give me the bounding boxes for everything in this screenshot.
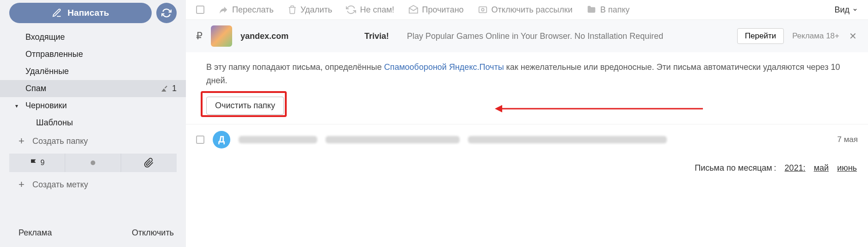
folder-spam-count: 1 <box>160 84 177 93</box>
annotation-arrow <box>495 103 703 114</box>
filter-flagged[interactable]: 9 <box>9 154 65 172</box>
message-snippet-blurred <box>468 136 667 143</box>
months-nav: Письма по месяцам 2021: май июнь <box>186 155 868 181</box>
action-notspam[interactable]: Не спам! <box>346 5 394 15</box>
folder-icon <box>586 5 597 15</box>
select-all-checkbox[interactable] <box>196 6 204 14</box>
filter-unread[interactable] <box>65 154 121 172</box>
refresh-button[interactable] <box>156 3 177 23</box>
folder-sent[interactable]: Отправленные <box>0 46 186 63</box>
folder-list: Входящие Отправленные Удалённые Спам 1 Ч… <box>0 27 186 131</box>
ad-text: Play Popular Games Online in Your Browse… <box>407 31 729 41</box>
message-row[interactable]: Д 7 мая <box>186 124 868 155</box>
message-date: 7 мая <box>837 135 858 144</box>
read-icon <box>408 5 419 15</box>
info-text-before: В эту папку попадают письма, определённы… <box>206 62 384 72</box>
create-label[interactable]: + Создать метку <box>0 175 186 194</box>
view-toggle[interactable]: Вид <box>834 5 858 15</box>
folder-templates[interactable]: Шаблоны <box>0 114 186 131</box>
ad-thumbnail <box>211 25 232 47</box>
svg-point-0 <box>91 161 95 165</box>
main-pane: Переслать Удалить Не спам! Прочитано Отк… <box>186 0 868 247</box>
action-unsubscribe[interactable]: Отключить рассылки <box>478 5 573 15</box>
paperclip-icon <box>144 158 154 168</box>
compose-icon <box>52 8 62 18</box>
ad-disable[interactable]: Отключить <box>132 228 174 238</box>
svg-marker-4 <box>495 105 502 112</box>
dot-icon <box>90 160 96 166</box>
ruble-icon: ₽ <box>196 30 203 42</box>
plus-icon: + <box>18 135 26 147</box>
folder-inbox[interactable]: Входящие <box>0 29 186 46</box>
message-subject-blurred <box>326 136 460 143</box>
ad-sender: yandex.com <box>240 31 356 41</box>
forward-icon <box>218 5 228 15</box>
flag-icon <box>30 159 38 167</box>
action-forward[interactable]: Переслать <box>218 5 274 15</box>
label-filters: 9 <box>9 154 177 172</box>
ad-row[interactable]: ₽ yandex.com Trivia! Play Popular Games … <box>186 20 868 52</box>
folder-spam[interactable]: Спам 1 <box>0 80 186 97</box>
toolbar: Переслать Удалить Не спам! Прочитано Отк… <box>186 0 868 20</box>
action-delete[interactable]: Удалить <box>288 5 332 15</box>
unsubscribe-icon <box>478 5 488 15</box>
create-folder[interactable]: + Создать папку <box>0 131 186 151</box>
spam-info-banner: В эту папку попадают письма, определённы… <box>186 52 868 124</box>
avatar: Д <box>213 131 230 148</box>
compose-label: Написать <box>68 8 109 18</box>
trash-icon <box>288 5 297 14</box>
months-june[interactable]: июнь <box>837 163 857 173</box>
filter-attachments[interactable] <box>121 154 177 172</box>
months-may[interactable]: май <box>814 163 829 173</box>
clear-folder-button[interactable]: Очистить папку <box>206 97 284 115</box>
sidebar-ad-footer: Реклама Отключить <box>0 222 186 247</box>
folder-drafts[interactable]: Черновики <box>0 97 186 114</box>
months-year[interactable]: 2021: <box>785 163 806 173</box>
ad-close-button[interactable]: ✕ <box>848 31 858 41</box>
chevron-down-icon <box>852 7 858 12</box>
ad-tag: Реклама 18+ <box>792 31 839 41</box>
action-move[interactable]: В папку <box>586 5 630 15</box>
notspam-icon <box>346 5 356 15</box>
ad-go-button[interactable]: Перейти <box>737 28 784 44</box>
svg-point-2 <box>481 8 484 11</box>
spam-defense-link[interactable]: Спамообороной Яндекс.Почты <box>384 62 504 72</box>
plus-icon: + <box>18 179 26 191</box>
svg-rect-1 <box>479 7 486 13</box>
message-checkbox[interactable] <box>196 136 204 144</box>
message-sender-blurred <box>239 136 317 143</box>
ad-label: Реклама <box>18 228 52 238</box>
refresh-icon <box>161 8 172 18</box>
ad-subject: Trivia! <box>364 31 392 41</box>
broom-icon <box>160 85 168 93</box>
months-label: Письма по месяцам <box>695 163 776 173</box>
sidebar: Написать Входящие Отправленные Удалённые… <box>0 0 186 247</box>
action-read[interactable]: Прочитано <box>408 5 464 15</box>
folder-trash[interactable]: Удалённые <box>0 63 186 80</box>
compose-button[interactable]: Написать <box>9 3 152 23</box>
